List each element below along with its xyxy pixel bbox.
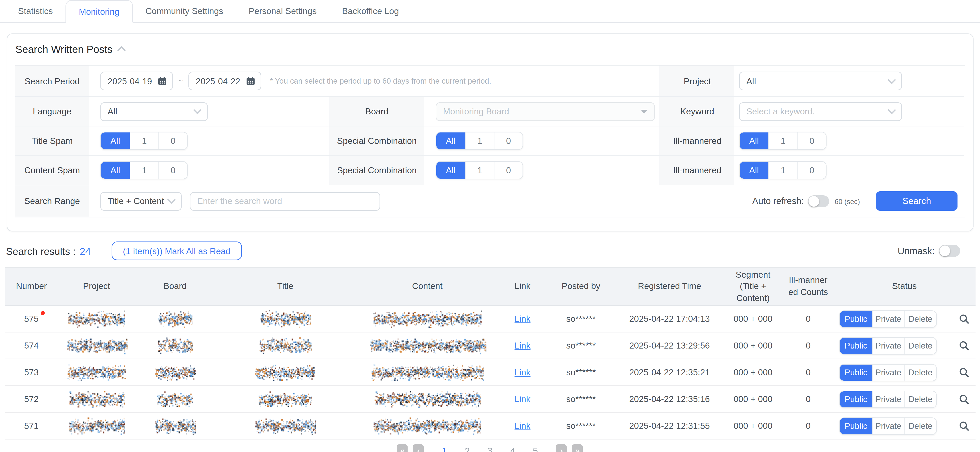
masked-title-text: [260, 310, 311, 328]
tab-monitoring[interactable]: Monitoring: [65, 0, 133, 23]
search-results-label: Search results :: [6, 245, 76, 257]
magnifier-icon[interactable]: [959, 313, 969, 324]
collapse-chevron-icon[interactable]: [118, 46, 126, 54]
post-number: 571: [24, 421, 38, 431]
special-combination-all-button[interactable]: All: [436, 133, 465, 149]
last-page-button[interactable]: »: [572, 444, 583, 452]
status-private-button[interactable]: Private: [872, 338, 904, 354]
chevron-down-icon: [167, 195, 175, 204]
date-to-input[interactable]: 2025-04-22: [188, 72, 261, 90]
tab-backoffice-log[interactable]: Backoffice Log: [329, 0, 412, 22]
special-combination-1-button[interactable]: 1: [465, 162, 494, 179]
post-link[interactable]: Link: [514, 314, 531, 324]
magnifier-icon[interactable]: [959, 340, 969, 351]
header-ill-mannered-counts: Ill-mannered Counts: [783, 267, 833, 305]
content-spam-1-button[interactable]: 1: [130, 162, 158, 179]
ill-mannered-all-button[interactable]: All: [740, 162, 768, 179]
date-range-separator: ~: [178, 76, 183, 86]
special-combination-0-button[interactable]: 0: [494, 162, 522, 179]
ill-mannered-0-button[interactable]: 0: [797, 162, 826, 179]
post-link[interactable]: Link: [514, 340, 531, 351]
status-public-button[interactable]: Public: [840, 418, 872, 434]
status-private-button[interactable]: Private: [872, 364, 904, 380]
search-word-input[interactable]: Enter the search word: [190, 192, 380, 211]
tab-statistics[interactable]: Statistics: [5, 0, 65, 22]
keyword-label: Keyword: [660, 96, 734, 126]
page-button-2[interactable]: 2: [458, 445, 476, 452]
unmask-group: Unmask:: [897, 245, 960, 257]
status-delete-button[interactable]: Delete: [904, 338, 936, 354]
post-link[interactable]: Link: [514, 421, 531, 431]
date-from-input[interactable]: 2025-04-19: [100, 72, 173, 90]
board-select[interactable]: Monitoring Board: [436, 102, 655, 121]
next-page-button[interactable]: ›: [556, 444, 567, 452]
status-cell: Public Private Delete: [836, 310, 973, 327]
post-link[interactable]: Link: [514, 394, 531, 404]
status-delete-button[interactable]: Delete: [904, 391, 936, 407]
status-delete-button[interactable]: Delete: [904, 364, 936, 380]
search-button[interactable]: Search: [876, 191, 958, 211]
language-select[interactable]: All: [100, 102, 208, 121]
unmask-toggle[interactable]: [939, 245, 960, 257]
toggle-knob: [808, 196, 819, 206]
post-link[interactable]: Link: [514, 367, 531, 377]
magnifier-icon[interactable]: [959, 420, 969, 431]
ill-mannered-1-button[interactable]: 1: [768, 162, 797, 179]
content-spam-all-button[interactable]: All: [101, 162, 130, 179]
chevron-down-icon: [887, 106, 896, 114]
magnifier-icon[interactable]: [959, 394, 969, 404]
status-delete-button[interactable]: Delete: [904, 418, 936, 434]
monitoring-page: Statistics Monitoring Community Settings…: [0, 0, 980, 452]
ill-mannered-count: 0: [783, 305, 833, 332]
status-private-button[interactable]: Private: [872, 311, 904, 327]
special-combination-1-button[interactable]: 1: [465, 133, 494, 149]
tab-personal-settings[interactable]: Personal Settings: [236, 0, 329, 22]
results-bar: Search results : 24 (1 item(s)) Mark All…: [6, 241, 960, 260]
auto-refresh-toggle[interactable]: [808, 195, 829, 207]
content-spam-0-button[interactable]: 0: [158, 162, 187, 179]
special-combination-cell: All 1 0: [424, 155, 660, 185]
keyword-select[interactable]: Select a keyword.: [739, 102, 902, 121]
search-range-select[interactable]: Title + Content: [100, 192, 182, 211]
title-spam-all-button[interactable]: All: [101, 133, 130, 149]
status-private-button[interactable]: Private: [872, 418, 904, 434]
special-combination-segment: All 1 0: [436, 132, 523, 150]
page-button-5[interactable]: 5: [527, 445, 544, 452]
mark-all-read-button[interactable]: (1 item(s)) Mark All as Read: [111, 241, 242, 260]
ill-mannered-count: 0: [783, 359, 833, 386]
status-private-button[interactable]: Private: [872, 391, 904, 407]
segment-counts: 000 + 000: [723, 412, 783, 439]
magnifier-icon[interactable]: [959, 367, 969, 378]
special-combination-0-button[interactable]: 0: [494, 133, 522, 149]
title-spam-0-button[interactable]: 0: [158, 133, 187, 149]
page-button-1[interactable]: 1: [436, 445, 453, 452]
ill-mannered-all-button[interactable]: All: [740, 133, 768, 149]
ill-mannered-count: 0: [783, 332, 833, 359]
status-public-button[interactable]: Public: [840, 338, 872, 354]
page-button-3[interactable]: 3: [481, 445, 499, 452]
header-segment: Segment (Title + Content): [723, 267, 783, 305]
period-note: * You can select the period up to 60 day…: [270, 77, 491, 85]
panel-title: Search Written Posts: [15, 43, 113, 56]
ill-mannered-1-button[interactable]: 1: [768, 133, 797, 149]
chevron-down-icon: [193, 106, 202, 114]
status-delete-button[interactable]: Delete: [904, 311, 936, 327]
prev-page-button[interactable]: ‹: [413, 444, 424, 452]
post-number: 575: [24, 314, 38, 324]
masked-title-text: [255, 417, 316, 435]
segment-counts: 000 + 000: [723, 359, 783, 386]
title-spam-1-button[interactable]: 1: [130, 133, 158, 149]
status-public-button[interactable]: Public: [840, 311, 872, 327]
page-button-4[interactable]: 4: [504, 445, 522, 452]
masked-project-text: [68, 417, 125, 435]
tab-community-settings[interactable]: Community Settings: [133, 0, 236, 22]
first-page-button[interactable]: «: [397, 444, 408, 452]
results-table: Number Project Board Title Content Link …: [5, 267, 975, 439]
status-public-button[interactable]: Public: [840, 364, 872, 380]
status-cell: Public Private Delete: [836, 337, 973, 355]
status-public-button[interactable]: Public: [840, 391, 872, 407]
project-select[interactable]: All: [739, 72, 902, 90]
special-combination-all-button[interactable]: All: [436, 162, 465, 179]
ill-mannered-0-button[interactable]: 0: [797, 133, 826, 149]
search-form: Search Period 2025-04-19 ~ 2025-04-22 * …: [15, 65, 965, 217]
